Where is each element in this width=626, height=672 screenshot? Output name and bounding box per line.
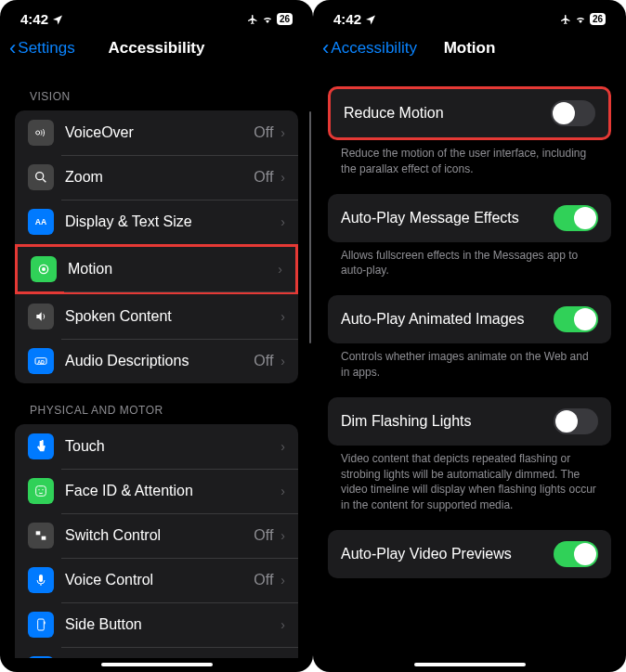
list-item-audio-descriptions[interactable]: ADAudio DescriptionsOff› xyxy=(15,339,298,383)
battery-badge: 26 xyxy=(277,13,293,25)
svg-text:AA: AA xyxy=(35,217,47,226)
toggle-switch[interactable] xyxy=(551,100,595,126)
status-time: 4:42 xyxy=(333,11,361,27)
svg-rect-13 xyxy=(38,619,45,630)
toggle-label: Auto-Play Video Previews xyxy=(341,546,554,562)
svg-rect-14 xyxy=(44,622,45,625)
airplane-icon xyxy=(247,14,258,25)
chevron-right-icon: › xyxy=(280,617,285,632)
footer-text: Reduce the motion of the user interface,… xyxy=(328,140,611,177)
list-item-motion[interactable]: Motion› xyxy=(15,244,298,294)
svg-text:AD: AD xyxy=(37,359,45,365)
svg-rect-11 xyxy=(42,536,46,540)
switch-control-icon xyxy=(28,523,54,549)
touch-icon xyxy=(28,433,54,459)
list-label: Motion xyxy=(68,261,278,278)
list-label: Face ID & Attention xyxy=(65,483,280,499)
section-header: PHYSICAL AND MOTOR xyxy=(15,383,298,424)
svg-point-4 xyxy=(42,267,46,271)
toggle-switch[interactable] xyxy=(554,306,598,332)
face-id-icon xyxy=(28,478,54,504)
section-header: VISION xyxy=(15,70,298,110)
list-item-switch-control[interactable]: Switch ControlOff› xyxy=(15,513,298,558)
footer-text: Video content that depicts repeated flas… xyxy=(328,446,611,513)
svg-rect-12 xyxy=(39,575,43,582)
content-right: Reduce MotionReduce the motion of the us… xyxy=(313,70,626,658)
back-button[interactable]: ‹ Settings xyxy=(9,38,75,58)
zoom-icon xyxy=(28,164,54,190)
toggle-switch[interactable] xyxy=(554,205,598,231)
back-button[interactable]: ‹ Accessibility xyxy=(322,38,417,58)
list-item-voiceover[interactable]: VoiceOverOff› xyxy=(15,110,298,155)
location-icon xyxy=(365,14,376,25)
list-label: Audio Descriptions xyxy=(65,353,254,369)
chevron-right-icon: › xyxy=(280,354,285,368)
motion-icon xyxy=(31,256,57,282)
chevron-right-icon: › xyxy=(280,214,285,229)
chevron-left-icon: ‹ xyxy=(9,38,16,58)
page-title: Motion xyxy=(444,39,496,58)
chevron-right-icon: › xyxy=(280,309,285,324)
list-label: Side Button xyxy=(65,616,280,633)
list-item-zoom[interactable]: ZoomOff› xyxy=(15,155,298,200)
home-indicator[interactable] xyxy=(414,663,526,666)
svg-rect-10 xyxy=(36,531,41,535)
home-indicator[interactable] xyxy=(101,663,213,666)
settings-list: VoiceOverOff›ZoomOff›AADisplay & Text Si… xyxy=(15,110,298,383)
status-bar: 4:42 26 xyxy=(313,0,626,31)
toggle-switch[interactable] xyxy=(554,408,598,434)
list-label: Switch Control xyxy=(65,527,254,544)
svg-rect-7 xyxy=(36,486,46,497)
list-item-side-button[interactable]: Side Button› xyxy=(15,602,298,647)
svg-point-9 xyxy=(42,489,43,490)
toggle-label: Auto-Play Message Effects xyxy=(341,210,554,226)
list-label: VoiceOver xyxy=(65,124,254,141)
toggle-label: Auto-Play Animated Images xyxy=(341,311,554,328)
battery-badge: 26 xyxy=(590,13,606,25)
side-button-icon xyxy=(28,612,54,638)
list-item-face-id[interactable]: Face ID & Attention› xyxy=(15,469,298,513)
list-item-display-text[interactable]: AADisplay & Text Size› xyxy=(15,200,298,244)
spoken-content-icon xyxy=(28,304,54,330)
list-value: Off xyxy=(254,572,273,588)
svg-point-1 xyxy=(36,173,44,180)
chevron-right-icon: › xyxy=(280,170,285,185)
list-label: Touch xyxy=(65,438,280,455)
nav-bar: ‹ Settings Accessibility xyxy=(0,31,313,70)
chevron-right-icon: › xyxy=(280,573,285,588)
list-item-spoken-content[interactable]: Spoken Content› xyxy=(15,294,298,339)
nav-bar: ‹ Accessibility Motion xyxy=(313,31,626,70)
list-item-nearby-devices[interactable]: Control Nearby Devices› xyxy=(15,647,298,658)
display-text-icon: AA xyxy=(28,209,54,235)
phone-left: 4:42 26 ‹ Settings Accessibility VISIONV… xyxy=(0,0,313,672)
airplane-icon xyxy=(560,14,571,25)
list-value: Off xyxy=(254,527,273,544)
status-time: 4:42 xyxy=(20,11,48,27)
wifi-icon xyxy=(575,14,586,25)
page-title: Accessibility xyxy=(109,39,205,58)
list-label: Zoom xyxy=(65,169,254,186)
settings-list: Touch›Face ID & Attention›Switch Control… xyxy=(15,424,298,658)
chevron-right-icon: › xyxy=(280,125,285,140)
scroll-indicator[interactable] xyxy=(309,111,311,343)
voiceover-icon xyxy=(28,120,54,146)
list-label: Spoken Content xyxy=(65,308,280,325)
footer-text: Allows fullscreen effects in the Message… xyxy=(328,242,611,279)
status-bar: 4:42 26 xyxy=(0,0,313,31)
chevron-left-icon: ‹ xyxy=(322,38,329,58)
back-label: Settings xyxy=(18,39,74,58)
list-label: Display & Text Size xyxy=(65,213,280,230)
svg-point-0 xyxy=(36,131,40,135)
toggle-switch[interactable] xyxy=(554,541,598,567)
list-label: Voice Control xyxy=(65,572,254,588)
voice-control-icon xyxy=(28,567,54,593)
toggle-item-auto-play-message: Auto-Play Message Effects xyxy=(328,194,611,242)
chevron-right-icon: › xyxy=(278,262,282,277)
list-item-voice-control[interactable]: Voice ControlOff› xyxy=(15,558,298,602)
svg-point-8 xyxy=(38,489,39,490)
toggle-item-auto-play-video: Auto-Play Video Previews xyxy=(328,530,611,578)
wifi-icon xyxy=(262,14,273,25)
toggle-item-dim-flashing: Dim Flashing Lights xyxy=(328,397,611,446)
toggle-item-auto-play-animated: Auto-Play Animated Images xyxy=(328,295,611,343)
list-item-touch[interactable]: Touch› xyxy=(15,424,298,469)
